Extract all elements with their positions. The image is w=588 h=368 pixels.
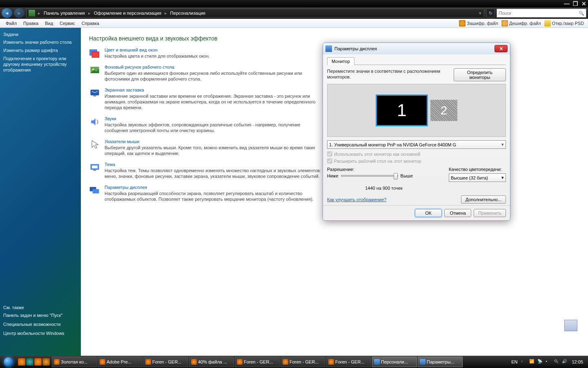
window-icon <box>420 359 425 365</box>
firefox-icon <box>237 359 243 365</box>
search-box[interactable]: 🔍 <box>497 9 586 18</box>
firefox-icon <box>328 359 334 365</box>
category-link[interactable]: Фоновый рисунок рабочего стола <box>105 65 325 70</box>
quick-launch-app2[interactable] <box>34 358 42 366</box>
menu-edit[interactable]: Правка <box>20 20 42 27</box>
category-link[interactable]: Параметры дисплея <box>105 185 325 190</box>
monitor-select[interactable]: 1. Универсальный монитор PnP на NVIDIA G… <box>327 140 506 149</box>
advanced-button[interactable]: Дополнительно... <box>461 195 506 204</box>
chevron-right-icon: ▸ <box>38 11 40 16</box>
menu-file[interactable]: Файл <box>2 20 20 27</box>
quick-launch-app[interactable] <box>26 358 33 366</box>
menu-view[interactable]: Вид <box>42 20 56 27</box>
breadcrumb-segment[interactable]: Оформление и персонализация <box>93 11 162 16</box>
slider-thumb[interactable] <box>394 173 398 180</box>
cancel-button[interactable]: Отмена <box>444 209 471 217</box>
taskbar-button[interactable]: Foren - GER... <box>143 357 188 367</box>
monitor-2[interactable]: 2 <box>430 100 457 121</box>
seealso-accessibility[interactable]: Специальные возможности <box>3 321 78 327</box>
taskbar-button-label: 40% файла ... <box>198 359 227 364</box>
taskbar-button[interactable]: Параметры... <box>418 357 463 367</box>
monitor-arrangement-area[interactable]: 1 2 <box>327 84 506 137</box>
dialog-close-button[interactable]: ✕ <box>494 45 508 52</box>
folder-icon <box>544 20 551 27</box>
breadcrumb-segment[interactable]: Персонализация <box>169 11 206 16</box>
taskbar-button[interactable]: Adobe Pre... <box>98 357 143 367</box>
back-button[interactable]: ◄ <box>2 8 12 18</box>
category-desc: Настройка разрешающей способности экрана… <box>105 191 325 202</box>
resolution-high-label: Выше <box>401 173 413 178</box>
identify-monitors-button[interactable]: Определить мониторы <box>454 68 506 81</box>
taskbar-button[interactable]: Персонали... <box>372 357 417 367</box>
dialog-titlebar[interactable]: Параметры дисплея ✕ <box>323 43 510 54</box>
tray-chevron-icon[interactable]: ‹ <box>521 359 527 365</box>
dialog-title: Параметры дисплея <box>334 46 494 51</box>
color-quality-value: Высшее (32 бита) <box>451 175 488 180</box>
search-icon[interactable]: 🔍 <box>577 11 586 16</box>
tray-power-icon[interactable]: 🔌 <box>554 359 559 365</box>
start-button[interactable] <box>1 356 16 368</box>
window-close-button[interactable]: ✕ <box>581 1 586 7</box>
search-input[interactable] <box>497 11 577 16</box>
category-link[interactable]: Цвет и внешний вид окон <box>105 47 210 52</box>
taskbar-button[interactable]: Foren - GER... <box>326 357 371 367</box>
improve-display-link[interactable]: Как улучшить отображение? <box>327 197 386 202</box>
taskbar-button-label: Foren - GER... <box>152 359 182 364</box>
category-link[interactable]: Звуки <box>105 116 325 121</box>
seealso-mobility[interactable]: Центр мобильности Windows <box>3 330 78 336</box>
tray-wifi-icon[interactable]: 📡 <box>537 359 543 365</box>
dialog-instruction: Переместите значки в соответствии с расп… <box>327 68 454 80</box>
menu-bar: Файл Правка Вид Сервис Справка Зашифр. ф… <box>0 19 588 28</box>
quick-launch-firefox[interactable] <box>18 358 25 366</box>
tab-monitor[interactable]: Монитор <box>327 57 354 65</box>
taskbar-button-label: Персонали... <box>381 359 408 364</box>
forward-button[interactable]: ► <box>14 8 24 18</box>
sidebar-link-fontsize[interactable]: Изменить размер шрифта <box>3 47 78 53</box>
monitor-1[interactable]: 1 <box>376 94 428 126</box>
menu-service[interactable]: Сервис <box>56 20 78 27</box>
taskbar-button[interactable]: Золотая ко... <box>52 357 97 367</box>
category-desc: Настройка звуковых эффектов, сопровождаю… <box>105 122 325 133</box>
chevron-down-icon[interactable]: ▾ <box>479 11 481 16</box>
category-link[interactable]: Экранная заставка <box>105 88 325 92</box>
tray-app-icon[interactable]: ▪ <box>546 359 551 365</box>
tool-label: Зашифр. файл <box>467 21 498 26</box>
category-desc: Изменение экранной заставки или времени … <box>105 93 325 110</box>
quick-launch-app3[interactable] <box>42 358 50 366</box>
taskbar-button[interactable]: 40% файла ... <box>189 357 234 367</box>
tool-psd[interactable]: Откр./закр PSD <box>543 20 586 27</box>
unlock-icon <box>501 20 508 27</box>
breadcrumb-segment[interactable]: Панель управления <box>43 11 86 16</box>
seealso-taskbar[interactable]: Панель задач и меню "Пуск" <box>3 312 78 318</box>
category-link[interactable]: Указатели мыши <box>105 139 325 144</box>
tray-volume-icon[interactable]: 🔊 <box>562 359 568 365</box>
tool-decrypt[interactable]: Дешифр. файл <box>500 20 543 27</box>
breadcrumb[interactable]: ▸ Панель управления ▸ Оформление и персо… <box>26 9 484 18</box>
mouse-pointer-icon <box>89 139 100 150</box>
color-quality-select[interactable]: Высшее (32 бита) ▾ <box>449 173 506 182</box>
taskbar-button[interactable]: Foren - GER... <box>235 357 280 367</box>
category-link[interactable]: Тема <box>105 162 325 167</box>
category-desc: Настройка тем. Темы позволяют одновремен… <box>105 168 325 179</box>
refresh-button[interactable]: ↻ <box>486 9 495 18</box>
firefox-icon <box>191 359 197 365</box>
tray-network-icon[interactable]: 📶 <box>529 359 535 365</box>
taskbar-button[interactable]: Foren - GER... <box>281 357 325 367</box>
firefox-icon <box>145 359 151 365</box>
sidebar: Задачи Изменить значки рабочего стола Из… <box>0 28 81 356</box>
sidebar-link-projector[interactable]: Подключение к проектору или другому внеш… <box>3 56 78 73</box>
tool-encrypt[interactable]: Зашифр. файл <box>457 20 500 27</box>
svg-rect-5 <box>94 95 96 96</box>
extend-desktop-row: Расширить рабочий стол на этот монитор <box>327 158 506 164</box>
svg-rect-10 <box>93 189 99 194</box>
ok-button[interactable]: OK <box>415 209 442 217</box>
window-color-icon <box>89 47 100 59</box>
sidebar-link-icons[interactable]: Изменить значки рабочего стола <box>3 39 78 45</box>
resolution-slider[interactable]: Ниже Выше <box>327 173 441 178</box>
minimize-button[interactable]: — <box>564 1 570 7</box>
tray-clock[interactable]: 12:05 <box>570 359 585 364</box>
extend-desktop-label: Расширить рабочий стол на этот монитор <box>334 159 421 164</box>
maximize-button[interactable]: ❐ <box>573 1 578 7</box>
menu-help[interactable]: Справка <box>78 20 102 27</box>
language-indicator[interactable]: EN <box>510 359 519 364</box>
